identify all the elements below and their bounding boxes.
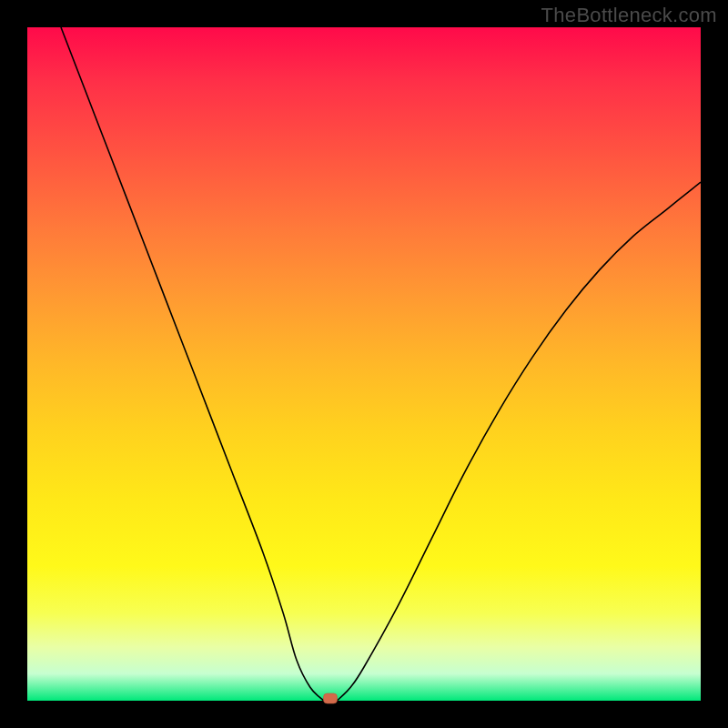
bottleneck-curve-svg — [27, 27, 701, 701]
chart-plot-area — [27, 27, 701, 701]
curve-left-branch — [61, 27, 324, 701]
watermark-text: TheBottleneck.com — [541, 4, 717, 27]
curve-right-branch — [337, 182, 701, 701]
optimal-marker — [324, 693, 338, 703]
chart-wrapper: TheBottleneck.com — [0, 0, 728, 728]
